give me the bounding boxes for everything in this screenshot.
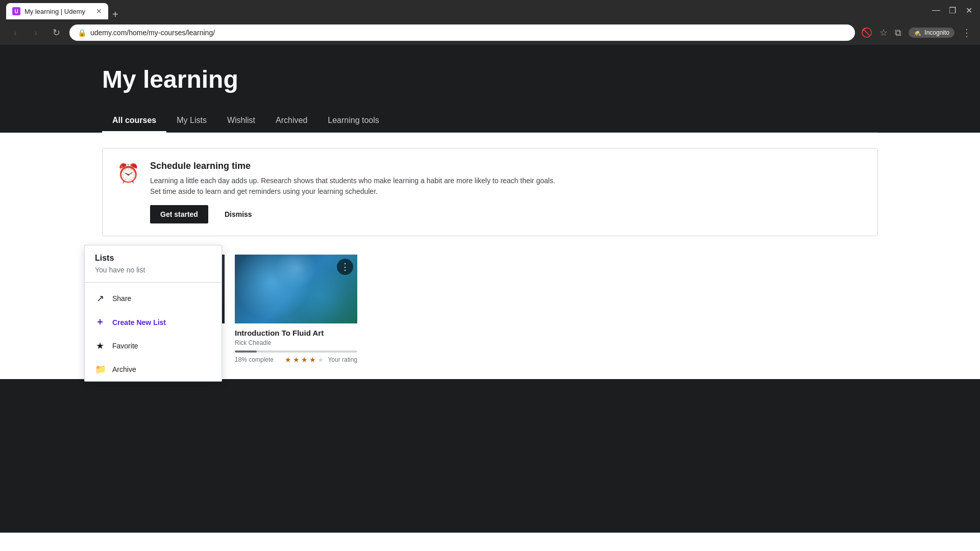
- page-title: My learning: [102, 65, 878, 93]
- star-icon: ★: [95, 340, 105, 352]
- lock-icon: 🔒: [78, 29, 86, 37]
- schedule-notice: ⏰ Schedule learning time Learning a litt…: [102, 148, 878, 236]
- tab-wishlist[interactable]: Wishlist: [217, 109, 265, 132]
- incognito-icon: 🕵: [914, 29, 921, 36]
- tabs-bar: U My learning | Udemy ✕ +: [6, 1, 931, 19]
- notice-title: Schedule learning time: [150, 161, 555, 171]
- stars-row: ★ ★ ★ ★ ★ Your rating: [285, 356, 357, 364]
- address-bar: ‹ › ↻ 🔒 udemy.com/home/my-courses/learni…: [0, 20, 980, 45]
- restore-button[interactable]: ❐: [947, 6, 958, 15]
- browser-menu-icon[interactable]: ⋮: [962, 27, 972, 39]
- refresh-button[interactable]: ↻: [49, 27, 63, 38]
- card-menu-button[interactable]: ⋮: [337, 259, 353, 275]
- url-text: udemy.com/home/my-courses/learning/: [90, 29, 215, 37]
- lists-dropdown: Lists You have no list ↗ Share + Create …: [84, 245, 222, 382]
- new-tab-button[interactable]: +: [112, 9, 118, 19]
- share-icon: ↗: [95, 293, 105, 304]
- dropdown-item-archive[interactable]: 📁 Archive: [85, 358, 222, 381]
- progress-bar: [235, 350, 357, 353]
- notice-actions: Get started Dismiss: [150, 205, 555, 223]
- back-button[interactable]: ‹: [8, 28, 22, 38]
- archive-icon: 📁: [95, 364, 105, 375]
- progress-fill: [235, 350, 257, 353]
- star-3[interactable]: ★: [301, 356, 308, 364]
- dismiss-button[interactable]: Dismiss: [214, 205, 262, 223]
- forward-button[interactable]: ›: [29, 28, 43, 38]
- course-card: ⋮ Introduction To Fluid Art Rick Cheadle…: [235, 255, 357, 364]
- tab-favicon: U: [12, 7, 20, 15]
- favorite-label: Favorite: [112, 342, 138, 350]
- share-label: Share: [112, 294, 131, 303]
- course-info: Introduction To Fluid Art Rick Cheadle 1…: [235, 323, 357, 364]
- dropdown-item-create-list[interactable]: + Create New List: [85, 310, 222, 334]
- incognito-label: Incognito: [924, 29, 949, 36]
- progress-percent: 18% complete: [235, 356, 274, 363]
- tab-learning-tools[interactable]: Learning tools: [317, 109, 389, 132]
- star-2[interactable]: ★: [293, 356, 300, 364]
- course-thumbnail[interactable]: ⋮: [235, 255, 357, 323]
- tabs-navigation: All courses My Lists Wishlist Archived L…: [102, 109, 878, 133]
- title-bar: U My learning | Udemy ✕ + — ❐ ✕: [0, 0, 980, 20]
- minimize-button[interactable]: —: [931, 6, 941, 15]
- address-bar-icons: 🚫 ☆ ⧉ 🕵 Incognito ⋮: [861, 27, 972, 39]
- dropdown-item-favorite[interactable]: ★ Favorite: [85, 334, 222, 358]
- archive-label: Archive: [112, 365, 136, 373]
- tab-my-lists[interactable]: My Lists: [166, 109, 217, 132]
- tab-close-button[interactable]: ✕: [96, 7, 102, 15]
- url-box[interactable]: 🔒 udemy.com/home/my-courses/learning/: [69, 24, 855, 41]
- dropdown-divider: [85, 282, 222, 283]
- dropdown-empty-text: You have no list: [95, 266, 211, 274]
- star-5[interactable]: ★: [317, 356, 324, 364]
- page-header: My learning All courses My Lists Wishlis…: [0, 45, 980, 133]
- browser-chrome: U My learning | Udemy ✕ + — ❐ ✕ ‹ › ↻ 🔒 …: [0, 0, 980, 45]
- progress-row: 18% complete ★ ★ ★ ★ ★ Your rating: [235, 356, 357, 364]
- star-1[interactable]: ★: [285, 356, 291, 364]
- bookmark-icon[interactable]: ☆: [879, 27, 888, 38]
- eye-slash-icon: 🚫: [861, 27, 872, 38]
- plus-icon: +: [95, 316, 105, 328]
- course-instructor: Rick Cheadle: [235, 339, 357, 346]
- dropdown-section-title: Lists: [95, 254, 211, 263]
- close-window-button[interactable]: ✕: [964, 6, 974, 15]
- browser-tab[interactable]: U My learning | Udemy ✕: [6, 3, 108, 19]
- tab-archived[interactable]: Archived: [265, 109, 317, 132]
- window-controls: — ❐ ✕: [931, 6, 974, 15]
- split-screen-icon[interactable]: ⧉: [895, 28, 901, 38]
- tab-title: My learning | Udemy: [24, 8, 85, 15]
- star-4[interactable]: ★: [309, 356, 316, 364]
- get-started-button[interactable]: Get started: [150, 205, 208, 223]
- clock-icon: ⏰: [117, 163, 140, 184]
- rating-label: Your rating: [328, 356, 357, 363]
- tab-all-courses[interactable]: All courses: [102, 109, 166, 132]
- dropdown-item-share[interactable]: ↗ Share: [85, 287, 222, 310]
- dropdown-header: Lists You have no list: [85, 245, 222, 278]
- create-list-label: Create New List: [112, 318, 166, 327]
- notice-content: Schedule learning time Learning a little…: [150, 161, 555, 223]
- notice-body: Learning a little each day adds up. Rese…: [150, 176, 555, 197]
- incognito-badge: 🕵 Incognito: [909, 28, 954, 38]
- course-title: Introduction To Fluid Art: [235, 329, 357, 337]
